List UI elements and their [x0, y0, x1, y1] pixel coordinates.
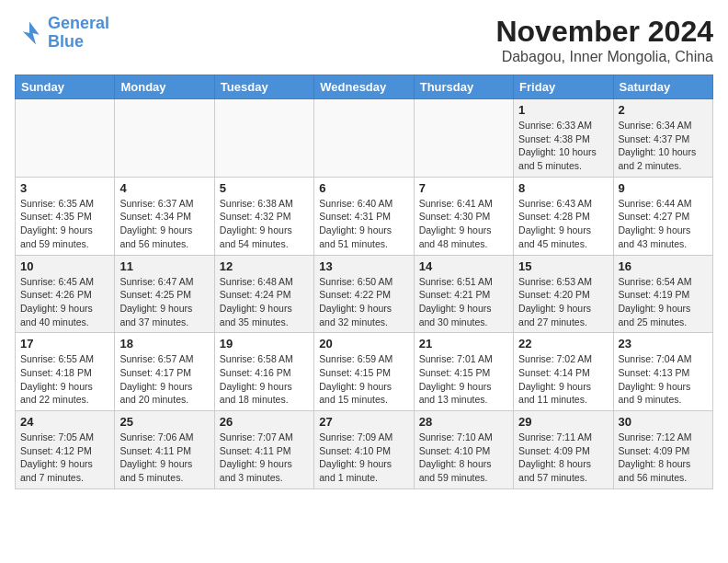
- calendar-cell: 27Sunrise: 7:09 AM Sunset: 4:10 PM Dayli…: [314, 411, 414, 489]
- logo: General Blue: [15, 15, 109, 52]
- day-info: Sunrise: 6:37 AM Sunset: 4:34 PM Dayligh…: [119, 197, 209, 251]
- day-info: Sunrise: 7:11 AM Sunset: 4:09 PM Dayligh…: [518, 431, 608, 485]
- calendar-cell: 11Sunrise: 6:47 AM Sunset: 4:25 PM Dayli…: [115, 255, 214, 333]
- day-info: Sunrise: 6:35 AM Sunset: 4:35 PM Dayligh…: [20, 197, 109, 251]
- day-number: 2: [619, 103, 708, 117]
- day-number: 19: [220, 337, 309, 350]
- calendar-week-row: 3Sunrise: 6:35 AM Sunset: 4:35 PM Daylig…: [16, 177, 713, 255]
- day-number: 22: [518, 337, 608, 350]
- day-number: 25: [119, 415, 209, 429]
- calendar-subtitle: Dabagou, Inner Mongolia, China: [495, 49, 713, 65]
- weekday-header: Sunday: [16, 75, 115, 99]
- calendar-cell: 12Sunrise: 6:48 AM Sunset: 4:24 PM Dayli…: [214, 255, 313, 333]
- calendar-cell: 7Sunrise: 6:41 AM Sunset: 4:30 PM Daylig…: [414, 177, 513, 255]
- weekday-header: Wednesday: [314, 75, 414, 99]
- day-info: Sunrise: 6:44 AM Sunset: 4:27 PM Dayligh…: [619, 197, 708, 251]
- svg-marker-0: [23, 21, 40, 44]
- calendar-week-row: 1Sunrise: 6:33 AM Sunset: 4:38 PM Daylig…: [16, 99, 713, 178]
- day-info: Sunrise: 7:10 AM Sunset: 4:10 PM Dayligh…: [419, 431, 508, 485]
- calendar-cell: 9Sunrise: 6:44 AM Sunset: 4:27 PM Daylig…: [613, 177, 712, 255]
- calendar-cell: 26Sunrise: 7:07 AM Sunset: 4:11 PM Dayli…: [214, 411, 313, 489]
- day-number: 29: [518, 415, 608, 429]
- calendar-title: November 2024: [495, 15, 713, 49]
- calendar-cell: 28Sunrise: 7:10 AM Sunset: 4:10 PM Dayli…: [414, 411, 513, 489]
- day-number: 16: [619, 259, 708, 273]
- day-info: Sunrise: 6:54 AM Sunset: 4:19 PM Dayligh…: [619, 275, 708, 329]
- weekday-header: Tuesday: [214, 75, 313, 99]
- day-number: 10: [20, 259, 109, 273]
- day-info: Sunrise: 7:04 AM Sunset: 4:13 PM Dayligh…: [619, 352, 708, 407]
- weekday-header: Friday: [514, 75, 613, 99]
- day-info: Sunrise: 6:48 AM Sunset: 4:24 PM Dayligh…: [220, 275, 309, 329]
- weekday-header: Saturday: [613, 75, 712, 99]
- page-header: General Blue November 2024 Dabagou, Inne…: [15, 15, 713, 65]
- day-info: Sunrise: 7:05 AM Sunset: 4:12 PM Dayligh…: [20, 431, 109, 485]
- weekday-header: Monday: [115, 75, 214, 99]
- day-number: 23: [619, 337, 708, 350]
- calendar-cell: 16Sunrise: 6:54 AM Sunset: 4:19 PM Dayli…: [613, 255, 712, 333]
- logo-line1: General: [48, 14, 109, 32]
- day-info: Sunrise: 6:50 AM Sunset: 4:22 PM Dayligh…: [319, 275, 408, 329]
- day-number: 15: [518, 259, 608, 273]
- calendar-cell: [414, 99, 513, 178]
- day-info: Sunrise: 7:06 AM Sunset: 4:11 PM Dayligh…: [119, 431, 209, 485]
- day-info: Sunrise: 6:33 AM Sunset: 4:38 PM Dayligh…: [518, 119, 608, 173]
- day-number: 27: [319, 415, 408, 429]
- day-number: 9: [619, 181, 708, 195]
- calendar-cell: 20Sunrise: 6:59 AM Sunset: 4:15 PM Dayli…: [314, 333, 414, 411]
- calendar-cell: 17Sunrise: 6:55 AM Sunset: 4:18 PM Dayli…: [16, 333, 115, 411]
- day-number: 5: [220, 181, 309, 195]
- calendar-cell: [16, 99, 115, 178]
- calendar-table: SundayMondayTuesdayWednesdayThursdayFrid…: [15, 75, 713, 489]
- calendar-cell: 5Sunrise: 6:38 AM Sunset: 4:32 PM Daylig…: [214, 177, 313, 255]
- day-info: Sunrise: 6:53 AM Sunset: 4:20 PM Dayligh…: [518, 275, 608, 329]
- day-info: Sunrise: 6:47 AM Sunset: 4:25 PM Dayligh…: [119, 275, 209, 329]
- day-number: 30: [619, 415, 708, 429]
- day-number: 4: [119, 181, 209, 195]
- calendar-cell: 4Sunrise: 6:37 AM Sunset: 4:34 PM Daylig…: [115, 177, 214, 255]
- logo-icon: [15, 18, 44, 48]
- day-info: Sunrise: 6:41 AM Sunset: 4:30 PM Dayligh…: [419, 197, 508, 251]
- day-number: 24: [20, 415, 109, 429]
- day-number: 28: [419, 415, 508, 429]
- calendar-cell: 6Sunrise: 6:40 AM Sunset: 4:31 PM Daylig…: [314, 177, 414, 255]
- calendar-week-row: 17Sunrise: 6:55 AM Sunset: 4:18 PM Dayli…: [16, 333, 713, 411]
- logo-text: General Blue: [48, 15, 109, 52]
- day-info: Sunrise: 7:12 AM Sunset: 4:09 PM Dayligh…: [619, 431, 708, 485]
- logo-line2: Blue: [48, 32, 84, 51]
- calendar-cell: 25Sunrise: 7:06 AM Sunset: 4:11 PM Dayli…: [115, 411, 214, 489]
- day-info: Sunrise: 6:57 AM Sunset: 4:17 PM Dayligh…: [119, 352, 209, 407]
- day-info: Sunrise: 6:45 AM Sunset: 4:26 PM Dayligh…: [20, 275, 109, 329]
- calendar-cell: 3Sunrise: 6:35 AM Sunset: 4:35 PM Daylig…: [16, 177, 115, 255]
- day-info: Sunrise: 6:59 AM Sunset: 4:15 PM Dayligh…: [319, 352, 408, 407]
- calendar-week-row: 10Sunrise: 6:45 AM Sunset: 4:26 PM Dayli…: [16, 255, 713, 333]
- calendar-title-block: November 2024 Dabagou, Inner Mongolia, C…: [495, 15, 713, 65]
- day-number: 11: [119, 259, 209, 273]
- calendar-cell: 1Sunrise: 6:33 AM Sunset: 4:38 PM Daylig…: [514, 99, 613, 178]
- weekday-header: Thursday: [414, 75, 513, 99]
- day-info: Sunrise: 6:38 AM Sunset: 4:32 PM Dayligh…: [220, 197, 309, 251]
- calendar-cell: 2Sunrise: 6:34 AM Sunset: 4:37 PM Daylig…: [613, 99, 712, 178]
- calendar-cell: 18Sunrise: 6:57 AM Sunset: 4:17 PM Dayli…: [115, 333, 214, 411]
- calendar-cell: [115, 99, 214, 178]
- calendar-cell: 23Sunrise: 7:04 AM Sunset: 4:13 PM Dayli…: [613, 333, 712, 411]
- day-number: 12: [220, 259, 309, 273]
- calendar-cell: 15Sunrise: 6:53 AM Sunset: 4:20 PM Dayli…: [514, 255, 613, 333]
- day-info: Sunrise: 6:58 AM Sunset: 4:16 PM Dayligh…: [220, 352, 309, 407]
- day-info: Sunrise: 6:34 AM Sunset: 4:37 PM Dayligh…: [619, 119, 708, 173]
- day-number: 7: [419, 181, 508, 195]
- calendar-cell: 14Sunrise: 6:51 AM Sunset: 4:21 PM Dayli…: [414, 255, 513, 333]
- calendar-cell: 22Sunrise: 7:02 AM Sunset: 4:14 PM Dayli…: [514, 333, 613, 411]
- day-info: Sunrise: 7:09 AM Sunset: 4:10 PM Dayligh…: [319, 431, 408, 485]
- day-number: 26: [220, 415, 309, 429]
- calendar-cell: [314, 99, 414, 178]
- day-number: 18: [119, 337, 209, 350]
- day-number: 1: [518, 103, 608, 117]
- day-info: Sunrise: 7:02 AM Sunset: 4:14 PM Dayligh…: [518, 352, 608, 407]
- calendar-cell: 29Sunrise: 7:11 AM Sunset: 4:09 PM Dayli…: [514, 411, 613, 489]
- day-info: Sunrise: 6:43 AM Sunset: 4:28 PM Dayligh…: [518, 197, 608, 251]
- calendar-cell: 13Sunrise: 6:50 AM Sunset: 4:22 PM Dayli…: [314, 255, 414, 333]
- day-info: Sunrise: 6:40 AM Sunset: 4:31 PM Dayligh…: [319, 197, 408, 251]
- calendar-cell: 10Sunrise: 6:45 AM Sunset: 4:26 PM Dayli…: [16, 255, 115, 333]
- day-info: Sunrise: 7:07 AM Sunset: 4:11 PM Dayligh…: [220, 431, 309, 485]
